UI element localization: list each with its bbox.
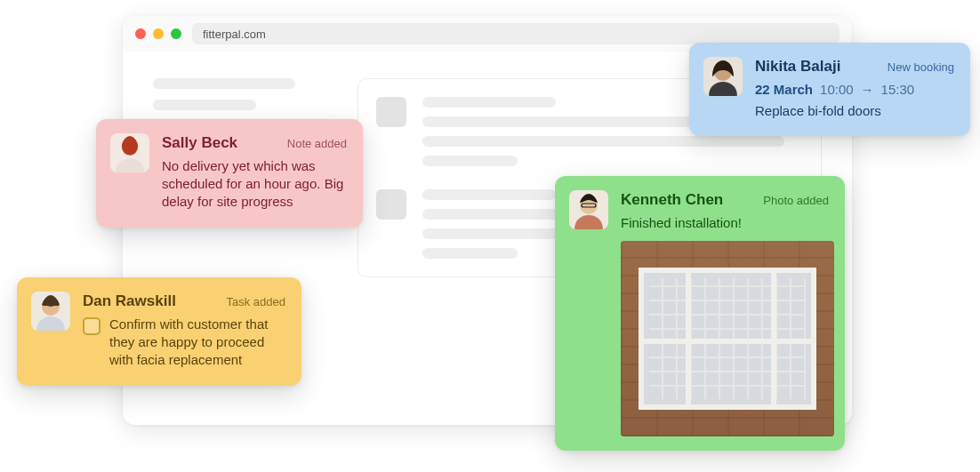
activity-badge: Note added (287, 136, 347, 152)
task-text: Confirm with customer that they are happ… (109, 316, 285, 370)
note-card-sally[interactable]: Sally Beck Note added No delivery yet wh… (96, 119, 363, 228)
placeholder-line (422, 97, 556, 108)
activity-badge: New booking (888, 60, 954, 76)
avatar (569, 190, 608, 229)
placeholder-square (376, 97, 406, 127)
minimize-icon[interactable] (153, 28, 164, 39)
booking-job: Replace bi-fold doors (755, 102, 954, 120)
placeholder-square (376, 189, 406, 220)
activity-badge: Photo added (763, 193, 829, 209)
booking-card-nikita[interactable]: Nikita Balaji New booking 22 March 10:00… (689, 43, 970, 136)
user-name: Sally Beck (162, 133, 237, 154)
booking-end: 15:30 (881, 81, 915, 99)
avatar (31, 292, 70, 331)
user-name: Kenneth Chen (621, 190, 723, 211)
placeholder-line (153, 78, 295, 89)
task-checkbox[interactable] (83, 317, 100, 335)
photo-card-kenneth[interactable]: Kenneth Chen Photo added Finished instal… (555, 176, 845, 451)
activity-badge: Task added (227, 294, 286, 310)
placeholder-line (422, 189, 556, 200)
avatar (703, 57, 743, 96)
arrow-right-icon: → (861, 81, 874, 99)
placeholder-line (422, 136, 784, 147)
avatar (110, 133, 149, 172)
booking-start: 10:00 (820, 81, 854, 99)
attached-photo[interactable] (621, 241, 834, 436)
photo-caption: Finished installation! (621, 214, 829, 232)
booking-time: 22 March 10:00 → 15:30 (755, 81, 954, 99)
user-name: Nikita Balaji (755, 57, 840, 77)
placeholder-line (422, 156, 518, 166)
note-text: No delivery yet which was scheduled for … (162, 157, 347, 212)
close-icon[interactable] (135, 28, 146, 39)
placeholder-line (153, 100, 256, 110)
maximize-icon[interactable] (171, 28, 181, 39)
user-name: Dan Rawskill (83, 292, 176, 312)
booking-date: 22 March (755, 81, 813, 99)
traffic-lights (135, 28, 181, 39)
address-bar[interactable]: fitterpal.com (192, 23, 839, 44)
placeholder-line (422, 248, 518, 259)
address-url: fitterpal.com (203, 28, 266, 41)
task-card-dan[interactable]: Dan Rawskill Task added Confirm with cus… (17, 277, 301, 386)
